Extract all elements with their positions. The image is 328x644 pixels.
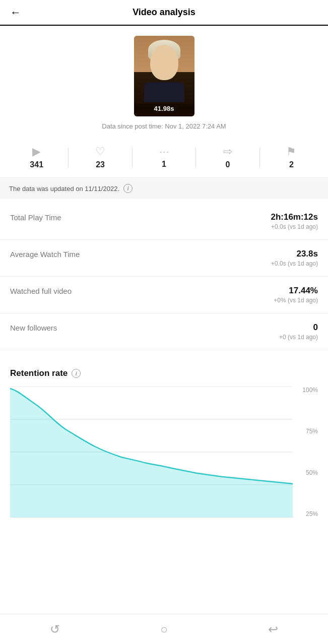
stat-item-comments: ⋯1 bbox=[133, 147, 195, 169]
metric-label: New followers bbox=[10, 323, 57, 332]
retention-section: Retention rate i 100%75%50%25% bbox=[0, 358, 328, 518]
retention-chart: 100%75%50%25% bbox=[10, 387, 318, 518]
comments-icon: ⋯ bbox=[159, 147, 169, 157]
video-section: 41.98s Data since post time: Nov 1, 2022… bbox=[0, 26, 328, 138]
plays-icon: ▶ bbox=[32, 146, 41, 157]
metric-value-block: 2h:16m:12s+0.0s (vs 1d ago) bbox=[271, 212, 318, 230]
metric-value: 2h:16m:12s bbox=[271, 212, 318, 222]
plays-value: 341 bbox=[30, 160, 43, 169]
bottom-nav: ↺○↩ bbox=[0, 614, 328, 644]
nav-icon-2[interactable]: ↩ bbox=[268, 622, 278, 636]
shares-value: 0 bbox=[225, 160, 230, 169]
metric-value: 0 bbox=[279, 323, 318, 333]
chart-label-50%: 50% bbox=[297, 469, 318, 476]
comments-value: 1 bbox=[162, 160, 166, 169]
chart-label-100%: 100% bbox=[297, 387, 318, 394]
thumbnail-face bbox=[150, 45, 178, 80]
video-duration: 41.98s bbox=[134, 104, 194, 113]
header: ← Video analysis bbox=[0, 0, 328, 26]
metrics-section: Total Play Time2h:16m:12s+0.0s (vs 1d ag… bbox=[0, 199, 328, 354]
saves-value: 2 bbox=[289, 160, 294, 169]
likes-value: 23 bbox=[96, 160, 105, 169]
metric-change: +0 (vs 1d ago) bbox=[279, 334, 318, 341]
update-notice: The data was updated on 11/11/2022. i bbox=[0, 178, 328, 199]
shares-icon: ⇨ bbox=[223, 146, 232, 157]
stat-item-plays: ▶341 bbox=[5, 146, 68, 169]
chart-label-75%: 75% bbox=[297, 428, 318, 435]
metric-label: Total Play Time bbox=[10, 212, 61, 222]
metric-value-block: 0+0 (vs 1d ago) bbox=[279, 323, 318, 341]
video-date: Data since post time: Nov 1, 2022 7:24 A… bbox=[102, 122, 226, 130]
retention-header: Retention rate i bbox=[10, 368, 318, 378]
nav-icon-1[interactable]: ○ bbox=[160, 622, 168, 636]
metric-value: 23.8s bbox=[271, 249, 318, 259]
chart-y-labels: 100%75%50%25% bbox=[295, 387, 318, 518]
metric-change: +0% (vs 1d ago) bbox=[274, 297, 318, 304]
metric-change: +0.0s (vs 1d ago) bbox=[271, 260, 318, 267]
page-title: Video analysis bbox=[133, 7, 195, 18]
chart-svg-area bbox=[10, 387, 293, 518]
stats-row: ▶341♡23⋯1⇨0⚑2 bbox=[0, 138, 328, 178]
back-button[interactable]: ← bbox=[10, 6, 21, 19]
metric-label: Watched full video bbox=[10, 286, 72, 295]
metric-row: Average Watch Time23.8s+0.0s (vs 1d ago) bbox=[0, 240, 328, 277]
info-icon[interactable]: i bbox=[123, 184, 133, 193]
likes-icon: ♡ bbox=[95, 146, 105, 157]
retention-svg bbox=[10, 387, 293, 518]
nav-icon-0[interactable]: ↺ bbox=[50, 622, 60, 636]
thumbnail-shirt bbox=[144, 82, 184, 102]
metric-value-block: 17.44%+0% (vs 1d ago) bbox=[274, 286, 318, 304]
stat-item-likes: ♡23 bbox=[69, 146, 132, 169]
metric-row: Watched full video17.44%+0% (vs 1d ago) bbox=[0, 277, 328, 313]
metric-row: New followers0+0 (vs 1d ago) bbox=[0, 313, 328, 350]
metric-value-block: 23.8s+0.0s (vs 1d ago) bbox=[271, 249, 318, 267]
video-thumbnail[interactable]: 41.98s bbox=[134, 36, 194, 116]
chart-fill bbox=[10, 389, 293, 518]
retention-title: Retention rate bbox=[10, 368, 68, 378]
chart-label-25%: 25% bbox=[297, 510, 318, 518]
stat-item-shares: ⇨0 bbox=[196, 146, 259, 169]
metric-value: 17.44% bbox=[274, 286, 318, 296]
stat-item-saves: ⚑2 bbox=[260, 146, 323, 169]
metric-label: Average Watch Time bbox=[10, 249, 80, 259]
saves-icon: ⚑ bbox=[286, 146, 296, 157]
update-text: The data was updated on 11/11/2022. bbox=[9, 185, 119, 192]
metric-change: +0.0s (vs 1d ago) bbox=[271, 223, 318, 230]
retention-info-icon[interactable]: i bbox=[72, 369, 81, 378]
metric-row: Total Play Time2h:16m:12s+0.0s (vs 1d ag… bbox=[0, 203, 328, 240]
